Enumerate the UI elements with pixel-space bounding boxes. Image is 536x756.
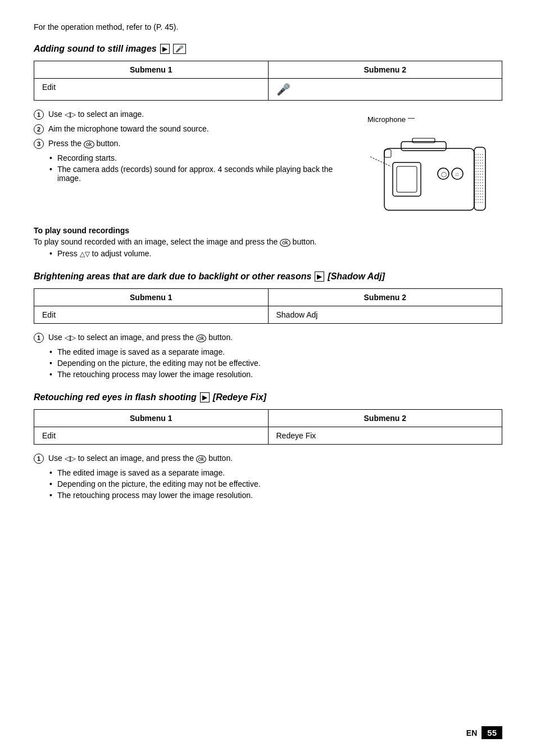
step3-num: 3 [34,139,44,149]
s3-bullet2: Depending on the picture, the editing ma… [49,479,502,488]
svg-text:□: □ [456,172,458,177]
section1-title: Adding sound to still images ▶ 🎤 [34,44,502,54]
svg-text:◯: ◯ [441,171,447,178]
play-sound-section: To play sound recordings To play sound r… [34,226,502,258]
play-sound-text: To play sound recorded with an image, se… [34,237,502,247]
section1-content: 1 Use ◁▷ to select an image. 2 Aim the m… [34,110,502,216]
triangle-down-icon: ▽ [85,250,90,258]
s3-step1-num: 1 [34,454,44,464]
s3-bullet1: The edited image is saved as a separate … [49,468,502,477]
section2-title: Brightening areas that are dark due to b… [34,271,502,282]
step1: 1 Use ◁▷ to select an image. [34,110,356,120]
step2-text: Aim the microphone toward the sound sour… [48,124,356,133]
camera-illustration: ◯ □ [367,126,491,216]
s2-col2-header: Submenu 2 [268,289,502,306]
s3-col1-header: Submenu 1 [34,410,269,427]
s2-bullet1: The edited image is saved as a separate … [49,347,502,356]
page-number: 55 [482,726,502,739]
section3-subtitle: [Redeye Fix] [213,392,266,402]
svg-rect-13 [412,138,435,143]
s1-row1-col1: Edit [34,79,269,101]
step2-num: 2 [34,124,44,134]
s2-step1: 1 Use ◁▷ to select an image, and press t… [34,333,502,343]
svg-rect-0 [384,148,474,210]
s1-row1-col2: 🎤 [268,79,502,101]
s2-lr-arrow-icon: ◁▷ [65,333,76,342]
s3-step1-text: Use ◁▷ to select an image, and press the… [48,454,502,463]
s3-step1: 1 Use ◁▷ to select an image, and press t… [34,454,502,464]
s2-bullet2: Depending on the picture, the editing ma… [49,359,502,368]
s2-ok-button-icon: ok [196,334,207,342]
play-sound-title: To play sound recordings [34,226,502,235]
s3-row1-col2: Redeye Fix [268,427,502,445]
s2-row1-col1: Edit [34,306,269,324]
section3-title: Retouching red eyes in flash shooting ▶ … [34,392,502,402]
step1-num: 1 [34,110,44,120]
step1-text: Use ◁▷ to select an image. [48,110,356,119]
en-label: EN [466,728,477,737]
step3-text: Press the ok button. [48,139,356,148]
section2-bullets: The edited image is saved as a separate … [49,347,502,379]
s2-bullet3: The retouching process may lower the ima… [49,370,502,379]
s2-step1-text: Use ◁▷ to select an image, and press the… [48,333,502,342]
svg-rect-8 [474,147,485,210]
s3-ok-button-icon: ok [196,455,207,463]
section2-subtitle: [Shadow Adj] [328,271,385,282]
lr-arrow-icon: ◁▷ [65,110,76,119]
mic-icon-box: 🎤 [173,44,186,54]
ok-button-inline-icon: ok [280,239,290,247]
play-icon-box: ▶ [160,44,170,54]
play-sound-bullets: Press △▽ to adjust volume. [49,249,502,258]
intro-text: For the operation method, refer to (P. 4… [34,22,502,31]
section2-table: Submenu 1 Submenu 2 Edit Shadow Adj [34,288,502,324]
section2: Brightening areas that are dark due to b… [34,271,502,379]
section3-bullets: The edited image is saved as a separate … [49,468,502,500]
section3-title-text: Retouching red eyes in flash shooting [34,392,197,402]
s3-col2-header: Submenu 2 [268,410,502,427]
s2-step1-num: 1 [34,333,44,343]
section1-steps: 1 Use ◁▷ to select an image. 2 Aim the m… [34,110,356,216]
section2-title-text: Brightening areas that are dark due to b… [34,271,311,282]
section3: Retouching red eyes in flash shooting ▶ … [34,392,502,500]
section1: Adding sound to still images ▶ 🎤 Submenu… [34,44,502,258]
section1-title-text: Adding sound to still images [34,44,157,54]
section1-bullets: Recording starts. The camera adds (recor… [49,153,356,183]
microphone-symbol-icon: 🎤 [276,83,290,96]
s3-play-icon-box: ▶ [200,392,210,402]
step3: 3 Press the ok button. [34,139,356,149]
play-sound-bullet1: Press △▽ to adjust volume. [49,249,502,258]
section3-table: Submenu 1 Submenu 2 Edit Redeye Fix [34,409,502,445]
s1-col1-header: Submenu 1 [34,61,269,79]
triangle-up-icon: △ [80,250,85,258]
svg-line-14 [370,157,391,166]
arrow-to-camera: — [408,114,415,122]
svg-rect-3 [397,166,417,192]
s3-row1-col1: Edit [34,427,269,445]
step2: 2 Aim the microphone toward the sound so… [34,124,356,134]
s2-play-icon-box: ▶ [315,271,324,282]
microphone-area: Microphone — [367,110,415,124]
s3-lr-arrow-icon: ◁▷ [65,454,76,463]
s2-col1-header: Submenu 1 [34,289,269,306]
bullet2: The camera adds (records) sound for appr… [49,165,356,183]
section1-image-col: Microphone — ◯ □ [367,110,502,216]
bullet1: Recording starts. [49,153,356,162]
microphone-label: Microphone [367,115,406,124]
s2-row1-col2: Shadow Adj [268,306,502,324]
page-footer: EN 55 [466,726,502,739]
s3-bullet3: The retouching process may lower the ima… [49,491,502,500]
s1-col2-header: Submenu 2 [268,61,502,79]
ok-button-icon: ok [84,141,94,148]
section1-table: Submenu 1 Submenu 2 Edit 🎤 [34,61,502,101]
